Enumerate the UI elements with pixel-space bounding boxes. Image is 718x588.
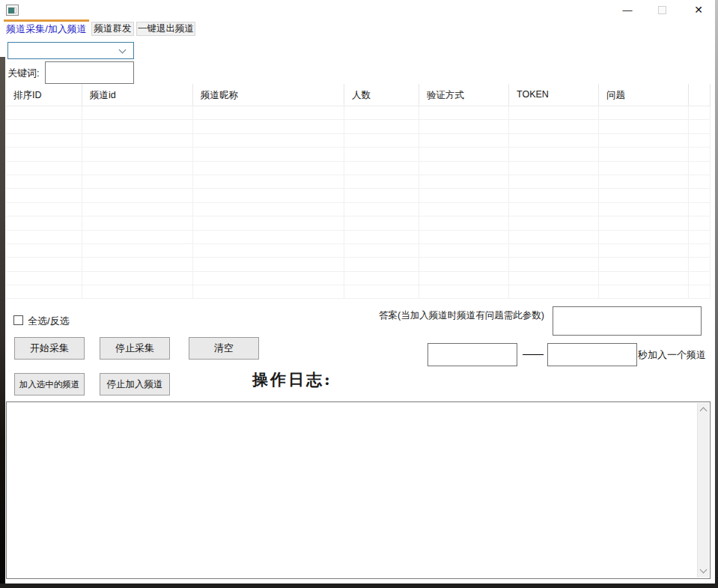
interval-dash: —— — [517, 347, 547, 360]
answer-input[interactable] — [553, 306, 702, 336]
column-header[interactable] — [689, 84, 711, 106]
chevron-down-icon — [119, 46, 127, 54]
app-icon — [6, 4, 19, 16]
close-button[interactable]: ✕ — [687, 0, 711, 19]
table-row — [6, 272, 711, 285]
select-all-checkbox[interactable] — [13, 315, 23, 325]
table-row — [6, 106, 711, 120]
log-textarea[interactable] — [7, 402, 697, 578]
account-combobox[interactable] — [7, 42, 134, 59]
column-header[interactable]: 排序ID — [6, 84, 82, 106]
interval-min-input[interactable] — [428, 343, 517, 366]
log-box — [6, 401, 711, 579]
table-row — [6, 285, 711, 299]
table-row — [6, 148, 711, 161]
column-header[interactable]: 频道id — [82, 84, 193, 106]
column-header[interactable]: 验证方式 — [419, 84, 509, 106]
interval-suffix-label: 秒加入一个频道 — [638, 348, 706, 362]
table-row — [6, 203, 711, 216]
answer-label: 答案(当加入频道时频道有问题需此参数) — [379, 309, 544, 322]
table-row — [6, 258, 711, 271]
tab-exit-channels[interactable]: 一键退出频道 — [136, 22, 195, 36]
maximize-button — [650, 0, 674, 19]
table-row — [6, 189, 711, 202]
table-body — [6, 106, 711, 299]
scroll-up-icon[interactable] — [700, 407, 708, 415]
table-row — [6, 120, 711, 133]
clear-button[interactable]: 清空 — [189, 337, 259, 360]
table-row — [6, 134, 711, 148]
column-header[interactable]: 频道昵称 — [193, 84, 344, 106]
column-header[interactable]: 人数 — [344, 84, 419, 106]
minimize-button[interactable]: — — [615, 0, 639, 19]
join-selected-button[interactable]: 加入选中的频道 — [14, 373, 85, 395]
tab-mass-send[interactable]: 频道群发 — [91, 22, 134, 36]
table-row — [6, 162, 711, 175]
tab-collect-join[interactable]: 频道采集/加入频道 — [4, 19, 89, 36]
column-header[interactable]: 问题 — [599, 84, 689, 106]
keyword-input[interactable] — [45, 61, 134, 84]
stop-collect-button[interactable]: 停止采集 — [100, 337, 170, 360]
window-border-bottom — [0, 584, 718, 588]
column-header[interactable]: TOKEN — [509, 84, 599, 106]
app-window: — ✕ 频道采集/加入频道 频道群发 一键退出频道 关键词: 排序ID频道id频… — [0, 0, 718, 588]
table-row — [6, 216, 711, 230]
desktop-background-left — [0, 57, 5, 588]
title-bar: — ✕ — [0, 0, 715, 19]
scroll-down-icon[interactable] — [700, 566, 708, 574]
table-row — [6, 231, 711, 244]
log-title: 操作日志: — [252, 369, 332, 390]
keyword-label: 关键词: — [7, 67, 40, 80]
interval-max-input[interactable] — [547, 343, 637, 366]
stop-join-button[interactable]: 停止加入频道 — [100, 373, 170, 395]
table-header-row: 排序ID频道id频道昵称人数验证方式TOKEN问题 — [6, 84, 711, 106]
start-collect-button[interactable]: 开始采集 — [14, 337, 85, 360]
select-all-label: 全选/反选 — [28, 315, 70, 328]
maximize-icon — [658, 6, 666, 14]
channel-table[interactable]: 排序ID频道id频道昵称人数验证方式TOKEN问题 — [6, 84, 711, 300]
window-border-right — [715, 0, 718, 588]
table-row — [6, 244, 711, 258]
table-row — [6, 175, 711, 189]
log-scrollbar[interactable] — [697, 403, 709, 578]
